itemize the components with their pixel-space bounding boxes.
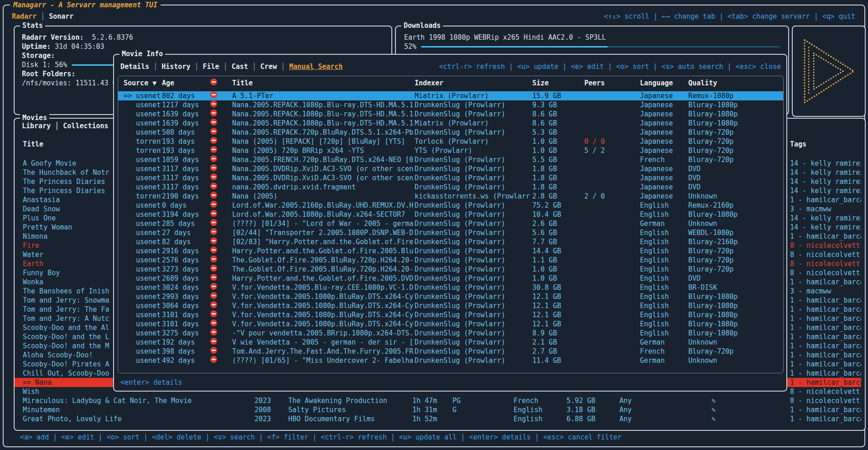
- movie-tag: 1 - hamilcar_barca: [789, 332, 861, 341]
- release-row[interactable]: usenet3273 daysThe.Goblet.Of.Fire.2005.B…: [118, 265, 783, 274]
- tab-file[interactable]: File: [203, 63, 219, 71]
- release-row[interactable]: usenet192 daysV wie Vendetta - 2005 - ge…: [118, 338, 783, 347]
- rejected-icon: [210, 228, 217, 235]
- release-row[interactable]: usenet3194 daysLord.of.War.2005.1080p.Bl…: [118, 210, 783, 219]
- rejected-icon: [210, 128, 217, 135]
- release-rejected: [208, 210, 232, 219]
- release-row[interactable]: usenet3117 daysNana.2005.DVDRip.XviD.AC3…: [118, 173, 783, 183]
- col-rejected[interactable]: [208, 78, 232, 88]
- release-row[interactable]: usenet2689 daysHarry.Potter.and.the.Gobl…: [118, 274, 783, 283]
- col-source[interactable]: Source ▼: [124, 78, 162, 88]
- col-language[interactable]: Language: [640, 78, 688, 88]
- movie-tag: 8 - nicolecolvett: [789, 268, 861, 277]
- release-row[interactable]: usenet1059 daysNana.2005.FRENCH.720p.Blu…: [118, 155, 783, 164]
- release-row[interactable]: usenet82 days[02/83] "Harry.Potter.and.t…: [118, 237, 783, 246]
- release-row[interactable]: usenet1217 daysNana.2005.REPACK.1080p.Bl…: [118, 100, 783, 110]
- tab-crew[interactable]: Crew: [260, 63, 277, 71]
- release-rejected: [208, 137, 232, 146]
- movie-row[interactable]: Great Photo, Lovely Life2023HBO Document…: [15, 414, 861, 424]
- col-age[interactable]: Age: [162, 78, 208, 88]
- rejected-icon: [210, 100, 217, 107]
- movie-tag: 14 - kelly ramirez: [789, 177, 861, 186]
- root-folder-value: /nfs/movies: 11511.43 GB: [22, 78, 121, 88]
- release-rejected: [208, 265, 232, 274]
- release-row[interactable]: usenet508 daysNana.2005.REPACK.720p.BluR…: [118, 128, 783, 137]
- release-row[interactable]: torrent193 daysNana (2005) 720p BRRip x2…: [118, 146, 783, 155]
- release-row[interactable]: usenet27 days[02/44] "Transporter 2.2005…: [118, 228, 783, 237]
- release-age: 193 days: [162, 137, 208, 146]
- movie-tag: 8 - nicolecolvett: [789, 241, 861, 250]
- release-row[interactable]: usenet2993 daysV.for.Vendetta.2005.1080p…: [118, 292, 783, 301]
- release-title: Nana.2005.DVDRip.XviD.AC3-SVO (or other …: [232, 164, 415, 173]
- tab-cast[interactable]: Cast: [232, 63, 248, 71]
- release-row[interactable]: usenet1639 daysNana.2005.REPACK.1080p.Bl…: [118, 119, 783, 128]
- tab-separator: │: [149, 63, 161, 71]
- release-size: 14.4 GB: [532, 246, 584, 256]
- release-language: Japanese: [640, 164, 688, 173]
- movie-tag: 14 - kelly ramirez: [789, 186, 861, 195]
- release-title: The.Goblet.Of.Fire.2005.BluRay.720p.H264…: [232, 256, 415, 265]
- release-quality: Bluray-720p: [688, 146, 783, 155]
- release-row[interactable]: usenet398 daysTom.And.Jerry.The.Fast.And…: [118, 347, 783, 356]
- release-source: usenet: [124, 283, 162, 292]
- release-rejected: [208, 329, 232, 338]
- movie-year: 2023: [255, 396, 288, 405]
- release-row[interactable]: usenet1639 daysNana.2005.REPACK.1080p.Bl…: [118, 110, 783, 119]
- release-indexer: DrunkenSlug (Prowlarr): [415, 347, 532, 356]
- col-release-title[interactable]: Title: [232, 78, 415, 88]
- tab-radarr[interactable]: Radarr: [12, 12, 36, 21]
- release-indexer: DrunkenSlug (Prowlarr): [415, 283, 532, 292]
- col-peers[interactable]: Peers: [584, 78, 640, 88]
- movies-tabs[interactable]: Library │ Collections │: [22, 121, 117, 131]
- col-indexer[interactable]: Indexer: [415, 78, 532, 88]
- release-row[interactable]: usenet285 days(????) [01/34] - "Lord of …: [118, 219, 783, 228]
- release-row[interactable]: usenet3275 days-"V pour vendetta.2005.BR…: [118, 329, 783, 338]
- app-title: Managarr - A Servarr management TUI: [10, 0, 161, 10]
- release-row[interactable]: usenet2576 daysThe.Goblet.Of.Fire.2005.B…: [118, 256, 783, 265]
- release-row[interactable]: usenet3064 daysV.for.Vendetta.2005.1080p…: [118, 301, 783, 310]
- col-tags[interactable]: Tags: [789, 140, 861, 149]
- release-row[interactable]: usenet2916 daysHarry.Potter.and.the.Gobl…: [118, 246, 783, 256]
- movie-row[interactable]: Minutemen2008Salty Pictures1h 31mGEnglis…: [15, 405, 861, 414]
- top-keybinds: <↑↓> scroll | ←→ change tab | <tab> chan…: [604, 12, 855, 21]
- rejected-icon: [210, 265, 217, 272]
- rejected-icon: [210, 219, 217, 226]
- release-size: 1.1 GB: [532, 256, 584, 265]
- release-row[interactable]: usenet3101 daysV.for.Vendetta.2005.1080p…: [118, 319, 783, 329]
- release-indexer: Miatrix (Prowlarr): [415, 91, 532, 100]
- tab-details[interactable]: Details: [120, 63, 149, 71]
- release-rejected: [208, 155, 232, 164]
- release-row[interactable]: usenet3117 daysNana.2005.DVDRip.XviD.AC3…: [118, 164, 783, 173]
- rejected-icon: [210, 110, 217, 116]
- col-size[interactable]: Size: [532, 78, 584, 88]
- release-source: usenet: [124, 228, 162, 237]
- release-age: 0 days: [162, 201, 208, 210]
- release-title: Nana.2005.REPACK.1080p.Blu-ray.DTS-HD.MA…: [232, 110, 415, 119]
- release-row[interactable]: usenet0 daysLord.of.War.2005.2160p.BluRa…: [118, 201, 783, 210]
- release-indexer: DrunkenSlug (Prowlarr): [415, 310, 532, 319]
- release-row[interactable]: torrent193 daysNana (2005) [REPACK] [720…: [118, 137, 783, 146]
- managarr-screen: Managarr - A Servarr management TUI Rada…: [0, 0, 868, 450]
- release-row[interactable]: usenet3101 daysV.for.Vendetta.2005.1080p…: [118, 310, 783, 319]
- tab-manual-search[interactable]: Manual Search: [289, 63, 343, 71]
- movie-tag: 1 - hamilcar_barca: [789, 323, 861, 332]
- release-row[interactable]: =>usenet802 daysA 5.1-PTerMiatrix (Prowl…: [118, 91, 783, 100]
- tab-sonarr[interactable]: Sonarr: [49, 12, 73, 21]
- movie-tag: 3 - macmww: [789, 204, 861, 214]
- movie-studio: HBO Documentary Films: [288, 414, 412, 424]
- release-row[interactable]: torrent2190 daysNana (2005)kickasstorren…: [118, 192, 783, 201]
- release-size: 5.3 GB: [532, 128, 584, 137]
- release-language: Japanese: [640, 173, 688, 183]
- download-item[interactable]: Earth 1998 1080p WEBRip x265 Hindi AAC2.…: [404, 33, 780, 42]
- release-row[interactable]: usenet492 days(????) [01/65] - "Miss Und…: [118, 356, 783, 365]
- release-row[interactable]: usenet3024 daysV.for.Vendetta.2005.Blu-r…: [118, 283, 783, 292]
- release-source: usenet: [124, 210, 162, 219]
- tab-history[interactable]: History: [161, 63, 190, 71]
- release-language: English: [640, 256, 688, 265]
- release-row[interactable]: usenet3117 daysnana.2005.dvdrip.xvid.fra…: [118, 183, 783, 192]
- rejected-icon: [210, 256, 217, 262]
- edit-pen-icon: ✎: [709, 396, 789, 405]
- movie-row[interactable]: Miraculous: Ladybug & Cat Noir, The Movi…: [15, 396, 861, 405]
- rejected-icon: [210, 78, 217, 85]
- col-quality[interactable]: Quality: [688, 78, 783, 88]
